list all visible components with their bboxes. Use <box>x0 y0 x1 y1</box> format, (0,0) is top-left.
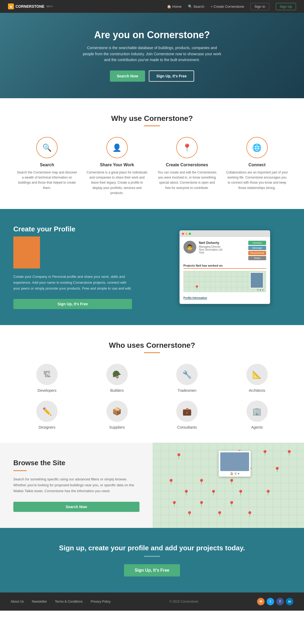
browse-map: 📍 📍 📍 📍 📍 📍 📍 📍 📍 📍 📍 📍 📍 📍 📍 📍 📍 📍 📍 <box>153 443 304 528</box>
hero-signup-button[interactable]: Sign Up, It's Free <box>149 70 194 82</box>
user-label-6: Consultants <box>156 425 218 429</box>
who-section: Who uses Cornerstone? 🏗 Developers 🪖 Bui… <box>0 325 304 443</box>
user-item-5: 📦 Suppliers <box>86 401 148 429</box>
map-pin-11: 📍 <box>210 489 217 496</box>
user-icon-4: ✏️ <box>36 401 58 422</box>
mockup-body: 👨 Neil Doherty Managing Director Sion De… <box>180 237 270 304</box>
browse-description: Search for something specific using our … <box>13 476 139 494</box>
cta-underline <box>144 556 160 557</box>
nav-links: 🏠 Home 🔍 Search + Create Cornerstone Sig… <box>167 3 296 10</box>
mockup-actions: Connect Message Recommend Share <box>248 241 266 260</box>
feature-label-0: Search <box>16 163 78 167</box>
who-underline <box>144 352 160 353</box>
map-pin-10: 📍 <box>183 489 190 496</box>
social-icon-twitter[interactable]: t <box>267 598 274 605</box>
mockup-company: Sion Decoration Ltd <box>199 248 246 251</box>
user-item-4: ✏️ Designers <box>16 401 78 429</box>
user-icon-6: 💼 <box>176 401 198 422</box>
nav-create[interactable]: + Create Cornerstone <box>211 5 244 9</box>
map-icon-list: ☰ <box>257 289 259 291</box>
feature-label-2: Create Cornerstones <box>156 163 218 167</box>
user-icon-1: 🪖 <box>106 364 128 385</box>
hero-description: Cornerstone is the searchable database o… <box>83 45 221 63</box>
browse-right: 📍 📍 📍 📍 📍 📍 📍 📍 📍 📍 📍 📍 📍 📍 📍 📍 📍 📍 📍 <box>153 443 304 528</box>
map-pin-18: 📍 <box>216 511 223 517</box>
user-item-7: 🏢 Agents <box>226 401 288 429</box>
hero-title: Are you on Cornerstone? <box>83 29 221 41</box>
beta-badge: BETA <box>47 5 53 8</box>
user-item-6: 💼 Consultants <box>156 401 218 429</box>
map-pin-13: 📍 <box>265 489 271 496</box>
footer-link-0[interactable]: About Us <box>11 600 24 603</box>
logo: ◆ CORNERSTONE BETA <box>8 3 53 9</box>
feature-item-2: 📍 Create Cornerstones You can create and… <box>156 137 218 196</box>
map-pin-4: 📍 <box>286 450 293 456</box>
feature-icon-1: 👤 <box>106 137 128 158</box>
nav-home[interactable]: 🏠 Home <box>167 5 182 9</box>
features-grid: 🔍 Search Search the Cornerstone map and … <box>16 137 288 196</box>
profile-section: Create your Profile Create your Company … <box>0 209 304 325</box>
profile-title: Create your Profile <box>13 225 132 233</box>
feature-desc-2: You can create and edit the Cornerstones… <box>156 170 218 191</box>
map-pin-8: 📍 <box>198 479 205 485</box>
users-grid: 🏗 Developers 🪖 Builders 🔧 Tradesmen 📐 Ar… <box>16 364 288 429</box>
mockup-map: 📍 ☰ ⊞ ♥ <box>183 271 266 292</box>
footer-social: ✉tfin <box>257 598 293 605</box>
map-pin-17: 📍 <box>186 511 193 517</box>
user-item-0: 🏗 Developers <box>16 364 78 393</box>
hero-search-button[interactable]: Search Now <box>110 70 145 82</box>
profile-right: 👨 Neil Doherty Managing Director Sion De… <box>145 209 304 325</box>
mockup-titlebar <box>180 231 270 237</box>
signup-button[interactable]: Sign Up <box>276 3 296 10</box>
connect-button[interactable]: Connect <box>248 241 266 245</box>
feature-icon-0: 🔍 <box>36 137 58 158</box>
who-title: Who uses Cornerstone? <box>16 341 288 350</box>
search-icon: 🔍 <box>188 5 192 9</box>
user-label-5: Suppliers <box>86 425 148 429</box>
signin-button[interactable]: Sign In <box>250 3 269 10</box>
mockup-projects-title: Projects Neil has worked on <box>183 264 266 269</box>
feature-desc-3: Collaborations are an important part of … <box>226 170 288 191</box>
map-pin-9: 📍 <box>228 479 235 485</box>
social-icon-email[interactable]: ✉ <box>257 598 265 605</box>
social-icon-linkedin[interactable]: in <box>286 598 293 605</box>
why-underline <box>144 125 160 126</box>
user-label-7: Agents <box>226 425 288 429</box>
browse-search-button[interactable]: Search Now <box>13 502 139 512</box>
logo-text: CORNERSTONE <box>15 4 45 9</box>
browse-left: Browse the Site Search for something spe… <box>0 443 153 528</box>
footer-link-1[interactable]: Newsletter <box>32 600 47 603</box>
user-icon-2: 🔧 <box>176 364 198 385</box>
hero-content: Are you on Cornerstone? Cornerstone is t… <box>83 29 221 81</box>
hero-section: Are you on Cornerstone? Cornerstone is t… <box>0 13 304 98</box>
feature-item-0: 🔍 Search Search the Cornerstone map and … <box>16 137 78 196</box>
map-pin-7: 📍 <box>168 479 174 485</box>
footer-links: About UsNewsletterTerms & ConditionsPriv… <box>11 600 111 603</box>
profile-info-link[interactable]: Profile Information <box>183 294 266 300</box>
user-icon-3: 📐 <box>246 364 268 385</box>
why-section: Why use Cornerstone? 🔍 Search Search the… <box>0 98 304 209</box>
titlebar-dot-green <box>189 233 191 235</box>
footer-link-3[interactable]: Privacy Policy <box>91 600 111 603</box>
map-photo-icons: 🏠 ☰ ♥ <box>220 472 249 475</box>
profile-signup-button[interactable]: Sign Up, It's Free <box>13 299 132 309</box>
profile-underline <box>13 236 40 268</box>
recommend-button[interactable]: Recommend <box>248 251 266 255</box>
message-button[interactable]: Message <box>248 246 266 250</box>
mockup-name: Neil Doherty <box>199 241 246 245</box>
feature-item-1: 👤 Share Your Work Cornerstone is a great… <box>86 137 148 196</box>
cta-signup-button[interactable]: Sign Up, It's Free <box>124 564 180 576</box>
nav-search[interactable]: 🔍 Search <box>188 5 204 9</box>
user-icon-7: 🏢 <box>246 401 268 422</box>
profile-description: Create your Company or Personal profile … <box>13 274 132 291</box>
map-pin-14: 📍 <box>171 501 178 507</box>
browse-title: Browse the Site <box>13 459 139 467</box>
cta-section: Sign up, create your profile and add you… <box>0 528 304 592</box>
profile-left: Create your Profile Create your Company … <box>0 209 145 325</box>
user-label-0: Developers <box>16 388 78 393</box>
mockup-map-photo <box>250 272 263 288</box>
social-icon-facebook[interactable]: f <box>276 598 284 605</box>
footer-link-2[interactable]: Terms & Conditions <box>55 600 83 603</box>
map-pin-16: 📍 <box>228 501 235 507</box>
share-button[interactable]: Share <box>248 256 266 260</box>
